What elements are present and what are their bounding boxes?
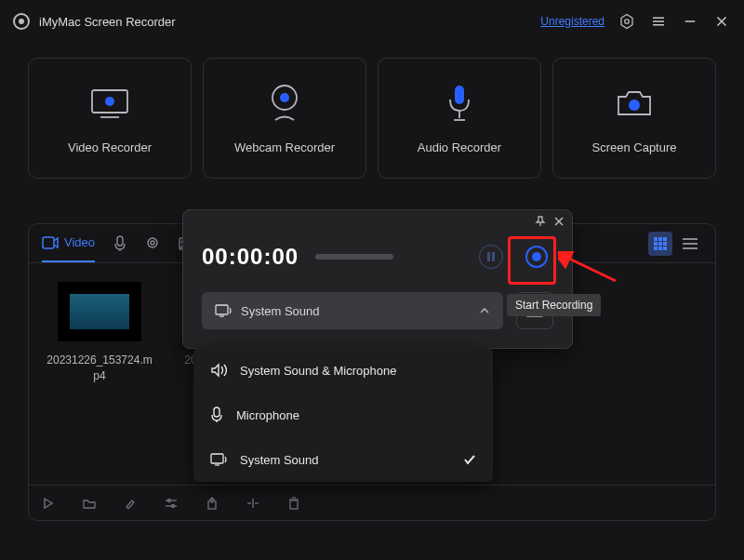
svg-rect-28 (658, 242, 662, 246)
camera-icon (614, 83, 655, 124)
volume-icon (210, 363, 227, 378)
settings-icon[interactable] (618, 12, 636, 31)
settings-slider-icon[interactable] (165, 497, 178, 510)
progress-bar (315, 254, 393, 260)
svg-rect-30 (654, 247, 658, 250)
tab-webcam[interactable] (145, 236, 160, 251)
unregistered-link[interactable]: Unregistered (540, 15, 604, 28)
recorder-row: 00:00:00 (183, 210, 572, 292)
dropdown-item-label: System Sound (240, 453, 319, 467)
svg-rect-17 (43, 237, 54, 248)
tooltip-start-recording: Start Recording (507, 294, 601, 316)
titlebar: iMyMac Screen Recorder Unregistered (0, 0, 744, 43)
svg-rect-2 (653, 18, 664, 20)
recorder-panel-controls (535, 216, 565, 227)
trash-icon[interactable] (287, 497, 300, 510)
svg-rect-29 (663, 242, 667, 246)
svg-rect-13 (455, 86, 464, 104)
dropdown-item-microphone[interactable]: Microphone (193, 393, 493, 437)
mode-label: Video Recorder (68, 140, 152, 154)
mode-label: Screen Capture (591, 140, 676, 154)
folder-icon[interactable] (83, 497, 96, 510)
menu-icon[interactable] (649, 12, 668, 31)
mode-webcam-recorder[interactable]: Webcam Recorder (203, 58, 366, 179)
dropdown-item-system-and-mic[interactable]: System Sound & Microphone (193, 348, 493, 393)
svg-rect-54 (216, 305, 228, 314)
audio-source-dropdown: System Sound & Microphone Microphone Sys… (193, 348, 493, 482)
svg-rect-33 (683, 238, 698, 240)
play-icon[interactable] (42, 497, 55, 510)
library-footer (29, 485, 715, 520)
titlebar-controls: Unregistered (540, 12, 731, 31)
grid-view-button[interactable] (648, 232, 672, 256)
mode-video-recorder[interactable]: Video Recorder (28, 58, 192, 179)
svg-rect-25 (658, 237, 662, 241)
view-toggle (648, 232, 702, 256)
svg-rect-59 (211, 454, 223, 463)
svg-rect-4 (653, 24, 664, 26)
audio-source-select[interactable]: System Sound (202, 292, 503, 329)
recorder-timer: 00:00:00 (202, 244, 299, 270)
minimize-icon[interactable] (681, 12, 699, 31)
recorder-panel: 00:00:00 System Sound (182, 209, 573, 349)
export-icon[interactable] (206, 497, 219, 510)
svg-marker-36 (45, 499, 52, 508)
svg-rect-5 (685, 20, 696, 22)
svg-rect-45 (290, 500, 298, 509)
display-icon (89, 83, 130, 124)
svg-point-10 (105, 97, 114, 106)
svg-rect-35 (683, 247, 698, 249)
svg-rect-18 (117, 236, 123, 246)
svg-point-20 (148, 238, 157, 247)
svg-rect-3 (653, 20, 664, 22)
display-sound-icon (215, 304, 232, 317)
svg-rect-51 (492, 252, 495, 261)
svg-point-16 (629, 100, 640, 111)
close-panel-icon[interactable] (553, 216, 565, 227)
mode-screen-capture[interactable]: Screen Capture (552, 58, 716, 179)
display-sound-icon (210, 453, 227, 466)
pin-icon[interactable] (535, 216, 546, 227)
file-name: 20231226_153724.mp4 (44, 353, 155, 384)
close-icon[interactable] (712, 12, 731, 31)
chevron-up-icon (479, 307, 490, 314)
app-logo-icon (13, 13, 30, 30)
svg-rect-26 (663, 237, 667, 241)
dropdown-item-system-sound[interactable]: System Sound (193, 437, 493, 482)
dropdown-item-label: Microphone (236, 408, 299, 422)
svg-point-53 (532, 252, 541, 261)
microphone-icon (210, 407, 223, 423)
svg-marker-0 (621, 15, 632, 29)
list-view-button[interactable] (678, 232, 702, 256)
dropdown-item-label: System Sound & Microphone (240, 364, 396, 378)
split-icon[interactable] (246, 497, 259, 510)
svg-rect-32 (663, 247, 667, 250)
mode-label: Audio Recorder (418, 140, 501, 154)
svg-rect-31 (658, 247, 662, 250)
tab-video[interactable]: Video (42, 224, 95, 262)
svg-rect-27 (654, 242, 658, 246)
tab-label: Video (64, 235, 95, 249)
mode-grid: Video Recorder Webcam Recorder Audio Rec… (0, 43, 744, 179)
microphone-icon (439, 83, 480, 124)
record-button[interactable] (520, 240, 553, 273)
mode-audio-recorder[interactable]: Audio Recorder (378, 58, 541, 179)
check-icon (463, 454, 476, 465)
app-title: iMyMac Screen Recorder (39, 15, 176, 29)
file-item[interactable]: 20231226_153724.mp4 (44, 282, 155, 384)
edit-icon[interactable] (124, 497, 137, 510)
svg-rect-24 (654, 237, 658, 241)
thumbnail (58, 282, 141, 341)
app-window: iMyMac Screen Recorder Unregistered Vide… (0, 0, 744, 560)
svg-rect-57 (214, 407, 219, 417)
svg-point-12 (280, 93, 289, 102)
webcam-icon (264, 83, 305, 124)
mode-label: Webcam Recorder (234, 140, 335, 154)
svg-point-21 (151, 241, 154, 245)
svg-point-1 (625, 20, 630, 24)
svg-rect-50 (487, 252, 490, 261)
source-label: System Sound (241, 304, 320, 318)
svg-rect-34 (683, 243, 698, 245)
pause-button[interactable] (479, 245, 503, 269)
tab-audio[interactable] (113, 235, 126, 252)
